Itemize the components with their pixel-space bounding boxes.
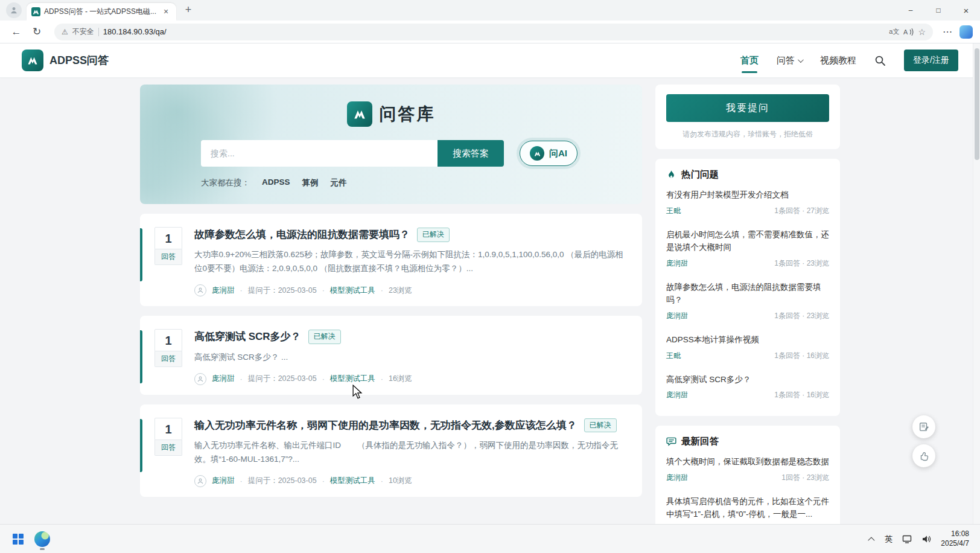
- hidden-icons-chevron-icon[interactable]: [868, 537, 875, 543]
- nav-item-qa[interactable]: 问答: [777, 43, 802, 77]
- author-link[interactable]: 庞润甜: [212, 286, 235, 296]
- browser-menu-icon[interactable]: ⋯: [939, 24, 956, 40]
- category-link[interactable]: 模型测试工具: [330, 476, 375, 486]
- item-author[interactable]: 王毗: [666, 206, 681, 216]
- system-tray: 英 16:08 2025/4/7: [870, 529, 974, 548]
- sidebar: 我要提问 请勿发布违规内容，珍惜账号，拒绝低俗 热门问题 有没有用户封装模型开发…: [655, 85, 840, 524]
- translate-icon[interactable]: a文: [889, 27, 899, 36]
- survey-widget-button[interactable]: [912, 415, 935, 438]
- category-link[interactable]: 模型测试工具: [330, 374, 375, 384]
- hero-logo-icon: [347, 101, 372, 127]
- site-header: ADPSS问答 首页 问答 视频教程 登录/注册: [0, 43, 980, 77]
- chevron-down-icon: [798, 57, 804, 63]
- ask-ai-button[interactable]: 问AI: [520, 141, 578, 166]
- hot-questions-card: 热门问题 有没有用户封装模型开发介绍文档 王毗1条回答 · 27浏览 启机最小时…: [655, 159, 840, 416]
- tab-close-icon[interactable]: ×: [161, 7, 171, 18]
- minimize-button[interactable]: –: [897, 0, 924, 21]
- hero-title: 问答库: [380, 103, 436, 126]
- new-tab-button[interactable]: +: [180, 2, 197, 19]
- browser-tab[interactable]: ADPSS问答 - 一站式ADPSS电磁... ×: [27, 3, 176, 21]
- latest-answer-item[interactable]: 填个大概时间，保证截取到数据都是稳态数据 庞润甜1回答 · 23浏览: [666, 449, 829, 489]
- maximize-button[interactable]: □: [924, 0, 952, 21]
- refresh-button[interactable]: ↻: [28, 23, 46, 41]
- url-text[interactable]: 180.184.90.93/qa/: [103, 27, 167, 36]
- taskbar-clock[interactable]: 16:08 2025/4/7: [941, 529, 969, 548]
- ime-indicator[interactable]: 英: [885, 534, 892, 545]
- page-content: 问答库 搜索答案 问AI: [140, 85, 840, 524]
- svg-text:A: A: [903, 28, 908, 36]
- hot-question-item[interactable]: 有没有用户封装模型开发介绍文档 王毗1条回答 · 27浏览: [666, 182, 829, 222]
- browser-profile-button[interactable]: [6, 2, 22, 18]
- trending-term[interactable]: ADPSS: [262, 177, 290, 188]
- item-counts: 1条回答 · 16浏览: [774, 351, 829, 361]
- ask-question-button[interactable]: 我要提问: [666, 94, 829, 122]
- page-scrollbar[interactable]: [973, 43, 980, 524]
- site-brand[interactable]: ADPSS问答: [49, 53, 109, 68]
- solved-badge: 已解决: [584, 418, 617, 433]
- trending-label: 大家都在搜：: [201, 177, 250, 188]
- feedback-widget-button[interactable]: [912, 444, 935, 467]
- latest-answers-card: 最新回答 填个大概时间，保证截取到数据都是稳态数据 庞润甜1回答 · 23浏览 …: [655, 426, 840, 524]
- profile-icon: [10, 6, 18, 14]
- question-card: 1 回答 输入无功功率元件名称，弱网下使用的是功率因数，无功指令无效,参数应该怎…: [140, 404, 642, 497]
- hot-question-item[interactable]: ADPSS本地计算操作视频 王毗1条回答 · 16浏览: [666, 327, 829, 367]
- asked-date: 提问于：2025-03-05: [248, 374, 317, 384]
- search-answers-button[interactable]: 搜索答案: [438, 140, 504, 167]
- author-link[interactable]: 庞润甜: [212, 476, 235, 486]
- view-count: 16浏览: [389, 374, 412, 384]
- author-avatar: [194, 373, 206, 385]
- site-logo[interactable]: [22, 50, 43, 71]
- trending-term[interactable]: 算例: [302, 177, 319, 188]
- latest-answer-item[interactable]: 具体填写启停机信号的元件，比如在这个元件中填写“1”-启机，填“0”-停机，一般…: [666, 489, 829, 524]
- hero-search-input[interactable]: [201, 140, 438, 167]
- volume-icon[interactable]: [921, 535, 931, 543]
- edge-taskbar-button[interactable]: [30, 527, 54, 551]
- ai-logo-icon: [530, 146, 544, 161]
- copilot-sidebar-icon[interactable]: [959, 25, 973, 39]
- edge-logo-icon: [34, 531, 50, 547]
- nav-item-home[interactable]: 首页: [740, 43, 759, 77]
- item-counts: 1条回答 · 27浏览: [774, 206, 829, 216]
- hand-icon: [918, 450, 929, 461]
- trending-term[interactable]: 元件: [331, 177, 347, 188]
- warning-icon: ⚠: [62, 28, 68, 36]
- category-link[interactable]: 模型测试工具: [330, 286, 375, 296]
- item-author[interactable]: 庞润甜: [666, 473, 688, 483]
- item-author[interactable]: 庞润甜: [666, 390, 688, 400]
- start-button[interactable]: [6, 527, 30, 551]
- network-icon[interactable]: [902, 535, 912, 543]
- item-counts: 1条回答 · 16浏览: [774, 390, 829, 400]
- hot-questions-title: 热门问题: [681, 168, 719, 181]
- nav-item-videos[interactable]: 视频教程: [820, 43, 856, 77]
- scrollbar-thumb[interactable]: [975, 48, 979, 160]
- read-aloud-icon[interactable]: A: [903, 28, 914, 36]
- author-avatar: [194, 284, 206, 296]
- hot-question-item[interactable]: 启机最小时间怎么填，需不需要精准数值，还是说填个大概时间 庞润甜1条回答 · 2…: [666, 222, 829, 275]
- browser-toolbar: ← ↻ ⚠ 不安全 180.184.90.93/qa/ a文 A ☆ ⋯: [0, 21, 980, 43]
- item-author[interactable]: 庞润甜: [666, 258, 688, 269]
- question-title[interactable]: 高低穿测试 SCR多少？: [194, 331, 301, 342]
- question-title[interactable]: 故障参数怎么填，电源法的阻抗数据需要填吗？: [194, 229, 410, 240]
- hot-question-item[interactable]: 故障参数怎么填，电源法的阻抗数据需要填吗？ 庞润甜1条回答 · 23浏览: [666, 275, 829, 327]
- page-viewport: ADPSS问答 首页 问答 视频教程 登录/注册: [0, 43, 980, 524]
- author-link[interactable]: 庞润甜: [212, 374, 235, 384]
- item-author[interactable]: 王毗: [666, 351, 681, 361]
- window-controls: – □ ×: [897, 0, 980, 21]
- question-title[interactable]: 输入无功功率元件名称，弱网下使用的是功率因数，无功指令无效,参数应该怎么填？: [194, 420, 577, 431]
- question-card: 1 回答 故障参数怎么填，电源法的阻抗数据需要填吗？已解决 大功率0.9+20%…: [140, 214, 642, 306]
- solved-badge: 已解决: [308, 330, 341, 344]
- question-excerpt: 高低穿测试 SCR多少？ ...: [194, 351, 626, 365]
- favorite-star-icon[interactable]: ☆: [918, 27, 926, 37]
- hot-question-item[interactable]: 高低穿测试 SCR多少？ 庞润甜1条回答 · 16浏览: [666, 367, 829, 407]
- flame-icon: [666, 170, 676, 180]
- address-divider: [98, 28, 99, 36]
- asked-date: 提问于：2025-03-05: [248, 286, 317, 296]
- header-search-button[interactable]: [874, 55, 886, 66]
- address-bar[interactable]: ⚠ 不安全 180.184.90.93/qa/ a文 A ☆: [54, 24, 933, 40]
- back-button[interactable]: ←: [7, 23, 25, 41]
- item-author[interactable]: 庞润甜: [666, 311, 688, 321]
- security-label[interactable]: 不安全: [72, 27, 94, 37]
- close-window-button[interactable]: ×: [952, 0, 980, 21]
- author-avatar: [194, 475, 206, 487]
- login-register-button[interactable]: 登录/注册: [904, 50, 958, 71]
